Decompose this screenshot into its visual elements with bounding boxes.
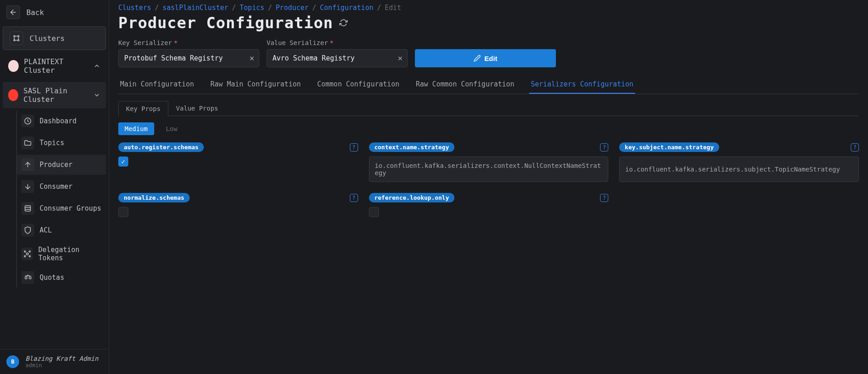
back-button[interactable]: Back bbox=[0, 0, 109, 25]
cluster-status-dot-icon bbox=[8, 89, 18, 101]
tab-raw-common-configuration[interactable]: Raw Common Configuration bbox=[414, 76, 516, 94]
sidebar-item-label: Producer bbox=[40, 161, 72, 169]
auto-register-schemas-checkbox[interactable] bbox=[118, 157, 128, 167]
topics-icon bbox=[21, 136, 34, 149]
main-content: Clusters / saslPlainCluster / Topics / P… bbox=[109, 0, 868, 374]
cluster-sasl[interactable]: SASL Plain Cluster bbox=[3, 82, 106, 108]
subtab-value-props[interactable]: Value Props bbox=[168, 101, 226, 116]
tab-serializers-configuration[interactable]: Serializers Configuration bbox=[529, 76, 636, 94]
sidebar-item-quotas[interactable]: Quotas bbox=[17, 268, 106, 288]
normalize-schemas-checkbox[interactable] bbox=[118, 207, 128, 217]
context-name-strategy-input[interactable]: io.confluent.kafka.serializers.context.N… bbox=[369, 157, 609, 182]
sidebar-item-producer[interactable]: Producer bbox=[17, 155, 106, 175]
quotas-icon bbox=[21, 271, 34, 284]
prop-name-pill: reference.lookup.only bbox=[369, 193, 454, 202]
sidebar-item-acl[interactable]: ACL bbox=[17, 220, 106, 240]
prop-normalize-schemas: normalize.schemas ? bbox=[118, 193, 358, 217]
crumb-sep: / bbox=[312, 4, 316, 12]
filter-low[interactable]: Low bbox=[160, 122, 184, 135]
delegation-tokens-icon bbox=[21, 248, 33, 260]
edit-button[interactable]: Edit bbox=[415, 49, 556, 67]
refresh-icon[interactable] bbox=[339, 19, 348, 27]
clusters-icon bbox=[10, 31, 23, 45]
clear-icon[interactable]: × bbox=[398, 54, 403, 62]
sidebar-item-label: Quotas bbox=[40, 273, 64, 282]
sidebar-top: Back Clusters PLAINTEXT Cluster SASL Pla… bbox=[0, 0, 109, 349]
help-icon[interactable]: ? bbox=[851, 143, 859, 152]
help-icon[interactable]: ? bbox=[600, 143, 608, 152]
tab-main-configuration[interactable]: Main Configuration bbox=[118, 76, 196, 94]
tab-raw-main-configuration[interactable]: Raw Main Configuration bbox=[209, 76, 303, 94]
clusters-label: Clusters bbox=[30, 34, 65, 43]
svg-rect-12 bbox=[25, 206, 30, 211]
filter-medium[interactable]: Medium bbox=[118, 122, 154, 135]
title-row: Producer Configuration bbox=[118, 14, 859, 32]
consumer-icon bbox=[21, 180, 34, 193]
sidebar-item-clusters[interactable]: Clusters bbox=[3, 26, 106, 50]
svg-point-16 bbox=[24, 251, 25, 252]
crumb-clusters[interactable]: Clusters bbox=[118, 4, 151, 12]
tab-common-configuration[interactable]: Common Configuration bbox=[315, 76, 401, 94]
required-asterisk: * bbox=[330, 39, 333, 46]
crumb-producer[interactable]: Producer bbox=[276, 4, 308, 12]
crumb-configuration[interactable]: Configuration bbox=[320, 4, 373, 12]
sidebar-item-label: Consumer Groups bbox=[40, 204, 101, 212]
sidebar-item-label: Consumer bbox=[40, 182, 72, 191]
crumb-sep: / bbox=[268, 4, 272, 12]
sidebar-item-consumer-groups[interactable]: Consumer Groups bbox=[17, 198, 106, 218]
sidebar-item-dashboard[interactable]: Dashboard bbox=[17, 111, 106, 131]
help-icon[interactable]: ? bbox=[350, 194, 358, 202]
consumer-groups-icon bbox=[21, 202, 34, 215]
crumb-topics[interactable]: Topics bbox=[240, 4, 264, 12]
prop-name-pill: context.name.strategy bbox=[369, 142, 454, 152]
crumb-cluster-name[interactable]: saslPlainCluster bbox=[162, 4, 228, 12]
prop-reference-lookup-only: reference.lookup.only ? bbox=[369, 193, 609, 217]
crumb-sep: / bbox=[377, 4, 381, 12]
crumb-sep: / bbox=[232, 4, 236, 12]
sidebar-item-label: Topics bbox=[40, 139, 64, 147]
page-title: Producer Configuration bbox=[118, 14, 333, 32]
help-icon[interactable]: ? bbox=[600, 194, 608, 202]
sidebar-item-label: ACL bbox=[40, 226, 52, 234]
importance-filters: Medium Low bbox=[118, 122, 859, 135]
svg-point-1 bbox=[14, 35, 15, 37]
sidebar: Back Clusters PLAINTEXT Cluster SASL Pla… bbox=[0, 0, 109, 374]
svg-point-15 bbox=[26, 253, 28, 255]
sidebar-footer[interactable]: B Blazing Kraft Admin admin bbox=[0, 349, 109, 374]
value-serializer-field: Value Serializer* Avro Schema Registry × bbox=[267, 39, 408, 67]
value-serializer-select[interactable]: Avro Schema Registry × bbox=[267, 49, 408, 67]
prop-auto-register-schemas: auto.register.schemas ? bbox=[118, 142, 358, 182]
chevron-up-icon bbox=[93, 62, 101, 70]
user-info: Blazing Kraft Admin admin bbox=[25, 355, 98, 369]
prop-name-pill: auto.register.schemas bbox=[118, 142, 204, 152]
reference-lookup-only-checkbox[interactable] bbox=[369, 207, 379, 217]
props-grid: auto.register.schemas ? context.name.str… bbox=[118, 142, 859, 217]
prop-key-subject-name-strategy: key.subject.name.strategy ? io.confluent… bbox=[619, 142, 859, 182]
sidebar-item-label: Delegation Tokens bbox=[38, 246, 101, 262]
cluster-status-dot-icon bbox=[8, 60, 19, 72]
help-icon[interactable]: ? bbox=[350, 143, 358, 152]
cluster-sasl-label: SASL Plain Cluster bbox=[24, 86, 89, 104]
crumb-sep: / bbox=[155, 4, 159, 12]
cluster-plaintext[interactable]: PLAINTEXT Cluster bbox=[3, 53, 106, 79]
cluster-plaintext-label: PLAINTEXT Cluster bbox=[24, 57, 89, 75]
svg-point-19 bbox=[29, 256, 30, 257]
producer-icon bbox=[21, 158, 34, 171]
sidebar-item-topics[interactable]: Topics bbox=[17, 133, 106, 153]
key-serializer-select[interactable]: Protobuf Schema Registry × bbox=[118, 49, 259, 67]
sidebar-item-delegation-tokens[interactable]: Delegation Tokens bbox=[17, 242, 106, 266]
avatar: B bbox=[6, 355, 19, 368]
svg-point-4 bbox=[18, 40, 19, 41]
prop-name-pill: normalize.schemas bbox=[118, 193, 190, 202]
back-arrow-icon bbox=[6, 5, 20, 19]
subtab-key-props[interactable]: Key Props bbox=[118, 101, 168, 116]
prop-name-pill: key.subject.name.strategy bbox=[619, 142, 719, 152]
sidebar-item-consumer[interactable]: Consumer bbox=[17, 177, 106, 197]
back-label: Back bbox=[26, 8, 44, 17]
clear-icon[interactable]: × bbox=[249, 54, 254, 62]
pencil-icon bbox=[474, 55, 481, 62]
svg-point-2 bbox=[18, 35, 19, 37]
chevron-down-icon bbox=[93, 91, 101, 99]
user-role: admin bbox=[25, 362, 98, 369]
key-subject-name-strategy-input[interactable]: io.confluent.kafka.serializers.subject.T… bbox=[619, 157, 859, 182]
